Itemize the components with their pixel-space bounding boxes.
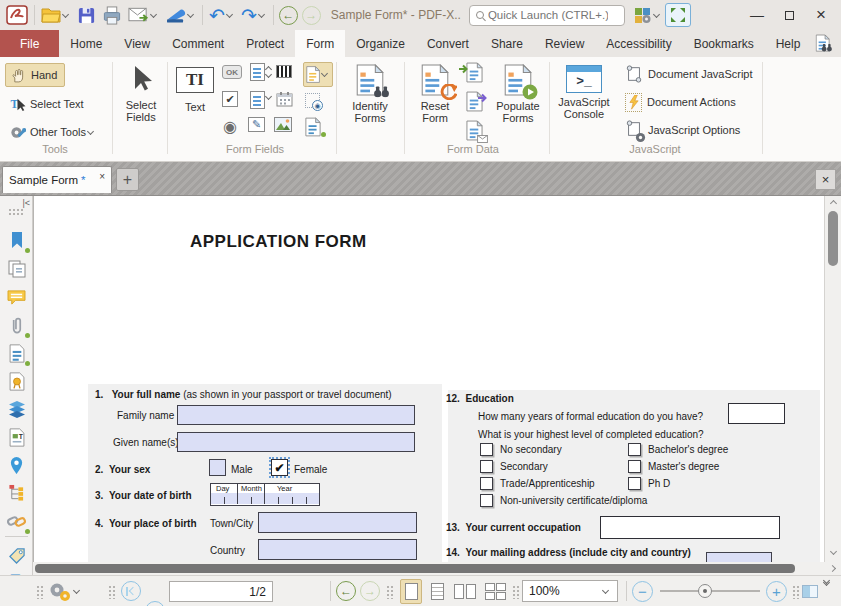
print-button[interactable] (99, 3, 125, 27)
order-panel-button[interactable] (4, 481, 29, 505)
horizontal-scroll-thumb[interactable] (35, 564, 795, 573)
tab-share[interactable]: Share (480, 30, 534, 57)
secondary-checkbox[interactable] (480, 460, 493, 473)
push-button-field-button[interactable]: OK (222, 65, 242, 79)
signatures-panel-button[interactable] (4, 369, 29, 393)
quick-launch-input[interactable] (488, 9, 608, 21)
trade-checkbox[interactable] (480, 477, 493, 490)
statusbar-more-button[interactable] (824, 578, 829, 594)
mailing-address-field[interactable] (706, 552, 772, 562)
pagenav-drag-handle[interactable] (108, 576, 116, 606)
document-tab[interactable]: Sample Form * × (2, 166, 112, 193)
statusbar-options-button[interactable] (48, 576, 82, 606)
female-checkbox[interactable]: ✔ (271, 459, 288, 476)
check-box-field-button[interactable]: ✔ (222, 91, 238, 107)
highlight-fields-button[interactable] (303, 62, 333, 87)
tab-protect[interactable]: Protect (235, 30, 295, 57)
tab-convert[interactable]: Convert (416, 30, 480, 57)
previous-page-button[interactable] (145, 601, 165, 606)
tab-file[interactable]: File (0, 30, 59, 57)
javascript-options-button[interactable]: JavaScript Options (625, 119, 740, 141)
tab-organize[interactable]: Organize (345, 30, 416, 57)
app-logo-icon[interactable] (3, 3, 31, 27)
zoom-in-button[interactable]: + (766, 581, 787, 602)
current-page[interactable]: 1 (249, 585, 256, 599)
document-actions-button[interactable]: Document Actions (625, 91, 736, 113)
document-javascript-button[interactable]: Document JavaScript (625, 63, 753, 85)
attachments-panel-button[interactable] (4, 313, 29, 337)
zoom-slider-knob[interactable] (698, 584, 712, 598)
select-text-button[interactable]: T Select Text (5, 93, 88, 115)
tab-form[interactable]: Form (295, 30, 345, 57)
two-page-continuous-button[interactable] (482, 579, 508, 604)
javascript-console-button[interactable]: >_ JavaScript Console (553, 61, 615, 120)
comments-panel-button[interactable] (4, 285, 29, 309)
tab-bookmarks[interactable]: Bookmarks (683, 30, 765, 57)
list-box-field-button[interactable] (250, 63, 271, 81)
zoom-out-button[interactable]: − (632, 581, 653, 602)
view-forward-button[interactable]: → (360, 581, 380, 601)
import-form-data-button[interactable] (466, 62, 483, 85)
quick-launch-box[interactable] (469, 5, 625, 26)
select-fields-button[interactable]: Select Fields (118, 61, 164, 123)
tab-order-button[interactable] (305, 117, 321, 137)
family-name-field[interactable] (177, 405, 415, 425)
pane-toggle-button[interactable] (802, 583, 818, 599)
save-button[interactable] (74, 3, 99, 27)
tab-home[interactable]: Home (59, 30, 113, 57)
find-in-document-button[interactable] (811, 30, 838, 57)
redo-button[interactable]: ↷ (238, 3, 270, 27)
male-checkbox[interactable] (209, 459, 226, 476)
reset-form-button[interactable]: Reset Form (410, 61, 460, 124)
vertical-scrollbar[interactable] (824, 196, 841, 562)
tags-panel-button[interactable] (4, 543, 29, 567)
date-field-button[interactable] (276, 91, 293, 107)
scroll-down-arrow[interactable] (825, 544, 841, 558)
minimize-button[interactable]: — (741, 2, 773, 28)
destinations-panel-button[interactable] (4, 453, 29, 477)
country-field[interactable] (258, 539, 417, 560)
content-panel-button[interactable]: T (4, 425, 29, 449)
single-page-layout-button[interactable] (400, 579, 422, 604)
links-panel-button[interactable] (4, 509, 29, 533)
tab-help[interactable]: Help (765, 30, 812, 57)
tab-review[interactable]: Review (534, 30, 595, 57)
vertical-scroll-thumb[interactable] (828, 211, 838, 266)
page-number-box[interactable]: 1/2 (169, 581, 273, 602)
identify-forms-button[interactable]: Identify Forms (342, 61, 398, 124)
stamp-flatten-button[interactable] (162, 3, 199, 27)
tab-view[interactable]: View (113, 30, 161, 57)
export-form-data-button[interactable] (466, 91, 483, 114)
barcode-field-button[interactable] (276, 65, 292, 78)
tab-close-icon[interactable]: × (99, 171, 105, 182)
hand-tool-button[interactable]: Hand (5, 63, 65, 87)
undo-button[interactable]: ↶ (206, 3, 238, 27)
phd-checkbox[interactable] (628, 477, 641, 490)
two-page-layout-button[interactable] (452, 579, 478, 604)
other-tools-button[interactable]: Other Tools (5, 121, 100, 143)
occupation-field[interactable] (600, 516, 780, 539)
sidebar-drag-handle[interactable] (8, 208, 24, 216)
signature-field-button[interactable]: ✎ (248, 117, 265, 132)
close-button[interactable]: × (805, 2, 837, 28)
zoom-level-select[interactable]: 100% (522, 580, 618, 602)
layers-panel-button[interactable] (4, 397, 29, 421)
zoom-slider[interactable] (660, 590, 760, 592)
fullscreen-button[interactable] (665, 3, 691, 27)
combo-box-field-button[interactable] (250, 91, 271, 109)
scroll-right-arrow[interactable] (824, 562, 841, 575)
scroll-up-arrow[interactable] (825, 196, 841, 210)
tab-comment[interactable]: Comment (161, 30, 235, 57)
history-forward-button[interactable]: → (302, 6, 321, 25)
maximize-button[interactable] (773, 2, 805, 28)
email-button[interactable] (125, 3, 162, 27)
populate-forms-button[interactable]: Populate Forms (490, 61, 546, 124)
given-name-field[interactable] (177, 432, 415, 452)
history-back-button[interactable]: ← (279, 6, 298, 25)
view-back-button[interactable]: ← (336, 581, 356, 601)
close-document-button[interactable]: × (815, 169, 836, 190)
field-visibility-button[interactable]: ◉ (305, 93, 320, 108)
statusbar-drag-handle[interactable] (36, 576, 44, 606)
fields-panel-button[interactable] (4, 341, 29, 365)
date-of-birth-field[interactable]: Day Month Year (210, 483, 320, 506)
